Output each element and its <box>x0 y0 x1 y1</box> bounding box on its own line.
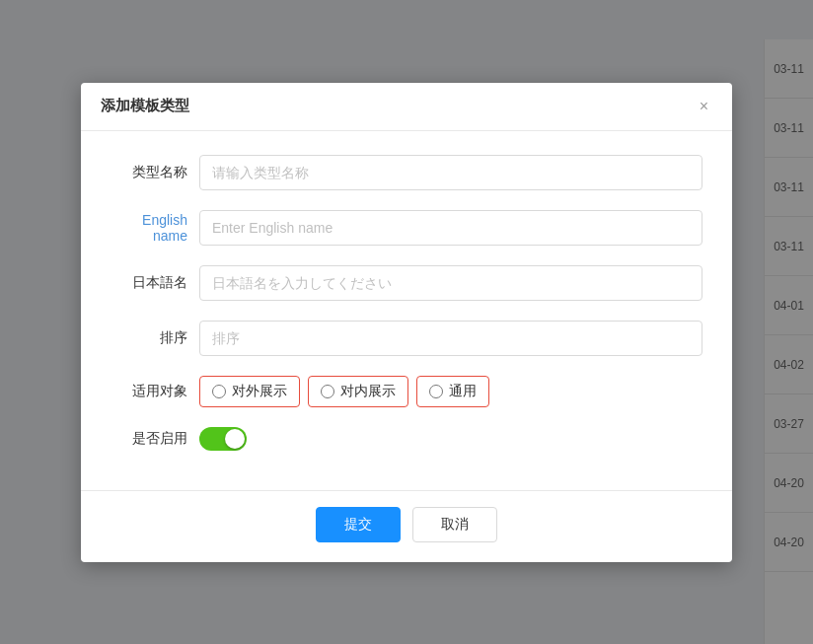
radio-external[interactable] <box>212 385 226 398</box>
radio-common-label: 通用 <box>449 383 477 400</box>
modal-body: 类型名称 English name 日本語名 排序 适用对象 <box>81 131 732 480</box>
type-name-row: 类型名称 <box>111 155 702 190</box>
enabled-toggle-wrapper <box>199 427 247 451</box>
modal-title: 添加模板类型 <box>101 97 189 115</box>
sort-row: 排序 <box>111 321 702 356</box>
japanese-name-label: 日本語名 <box>111 274 199 292</box>
enabled-row: 是否启用 <box>111 427 702 451</box>
english-name-label: English name <box>111 212 199 244</box>
radio-external-label: 对外展示 <box>232 383 287 400</box>
radio-internal[interactable] <box>321 385 334 398</box>
modal-header: 添加模板类型 × <box>81 83 732 131</box>
type-name-label: 类型名称 <box>111 164 199 181</box>
applicable-target-radio-group: 对外展示 对内展示 通用 <box>199 376 702 407</box>
toggle-slider <box>199 427 247 451</box>
sort-label: 排序 <box>111 329 199 347</box>
cancel-button[interactable]: 取消 <box>412 507 497 542</box>
radio-common[interactable] <box>429 385 443 398</box>
japanese-name-input[interactable] <box>199 265 702 301</box>
english-name-input[interactable] <box>199 210 702 246</box>
radio-internal-label: 对内展示 <box>340 383 396 400</box>
type-name-input[interactable] <box>199 155 702 190</box>
radio-option-common[interactable]: 通用 <box>416 376 489 407</box>
applicable-target-row: 适用对象 对外展示 对内展示 通用 <box>111 376 702 407</box>
add-template-type-modal: 添加模板类型 × 类型名称 English name 日本語名 排序 <box>81 83 732 562</box>
submit-button[interactable]: 提交 <box>316 507 401 542</box>
english-name-row: English name <box>111 210 702 246</box>
enabled-toggle[interactable] <box>199 427 247 451</box>
radio-option-external[interactable]: 对外展示 <box>199 376 300 407</box>
modal-footer: 提交 取消 <box>81 490 732 562</box>
sort-input[interactable] <box>199 321 702 356</box>
modal-overlay: 添加模板类型 × 类型名称 English name 日本語名 排序 <box>0 0 813 644</box>
close-button[interactable]: × <box>696 97 712 116</box>
radio-option-internal[interactable]: 对内展示 <box>308 376 408 407</box>
japanese-name-row: 日本語名 <box>111 265 702 301</box>
applicable-target-label: 适用对象 <box>111 383 199 400</box>
enabled-label: 是否启用 <box>111 430 199 448</box>
